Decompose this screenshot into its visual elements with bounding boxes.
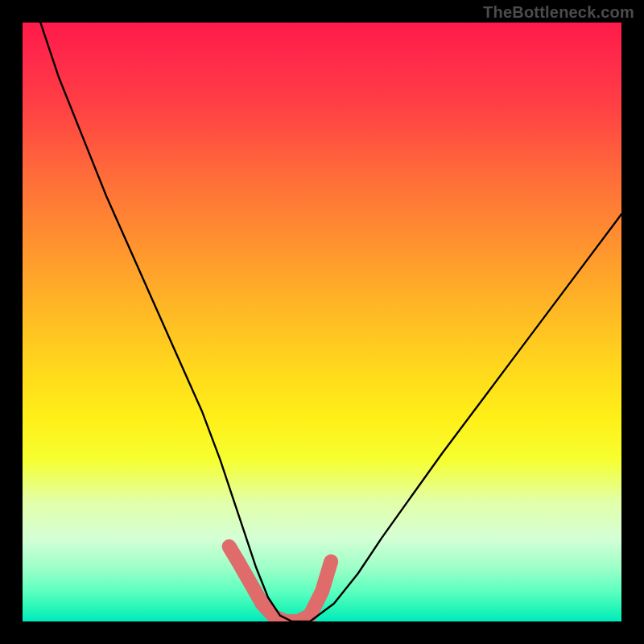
- plot-area: [23, 23, 621, 621]
- chart-frame: TheBottleneck.com: [0, 0, 644, 644]
- sweet-spot-band: [229, 547, 331, 621]
- curve-layer: [23, 23, 621, 621]
- bottleneck-curve: [40, 23, 621, 621]
- watermark-text: TheBottleneck.com: [483, 3, 634, 22]
